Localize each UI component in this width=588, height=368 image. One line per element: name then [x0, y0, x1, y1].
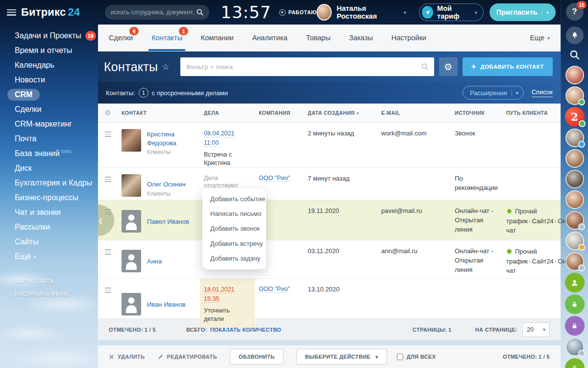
- hamburger-icon[interactable]: [7, 9, 16, 16]
- rail-search-button[interactable]: [570, 50, 580, 60]
- filter-search-input[interactable]: [186, 63, 421, 71]
- filter-search[interactable]: [180, 57, 434, 76]
- sidebar-item-disk[interactable]: Диск: [0, 161, 98, 176]
- activity-link[interactable]: 08.04.2021 11:00: [204, 130, 235, 147]
- col-path[interactable]: ПУТЬ КЛИЕНТА: [502, 110, 561, 116]
- work-status[interactable]: РАБОТАЮ: [279, 9, 317, 16]
- company-link[interactable]: ООО "Рио": [259, 175, 290, 182]
- settings-gear-button[interactable]: ⚙: [439, 57, 458, 76]
- contact-link[interactable]: Иван Иванов: [147, 300, 186, 309]
- group-chat[interactable]: [565, 273, 585, 292]
- contact-photo[interactable]: [122, 129, 141, 152]
- private-chat[interactable]: [565, 316, 585, 336]
- sidebar-item-news[interactable]: Новости: [0, 73, 98, 87]
- chat-contact[interactable]: [565, 170, 584, 188]
- chat-channel[interactable]: 2: [565, 107, 585, 127]
- sidebar-item-more[interactable]: Ещё▾: [0, 249, 98, 264]
- choose-action-dropdown[interactable]: ВЫБЕРИТЕ ДЕЙСТВИЕ▾: [296, 349, 387, 365]
- col-email[interactable]: E-MAIL: [377, 110, 451, 116]
- tab-orders[interactable]: Заказы: [349, 25, 372, 51]
- table-row[interactable]: Кристина Федорова Клиенты 08.04.2021 11:…: [98, 123, 561, 168]
- contact-link[interactable]: Анна: [147, 257, 162, 266]
- chat-contact[interactable]: [565, 252, 584, 271]
- tariff-button[interactable]: Мой тариф ▾: [419, 3, 484, 21]
- extensions-button[interactable]: Расширения ▾: [463, 86, 524, 100]
- tab-more[interactable]: Еще▾: [530, 25, 550, 51]
- chat-contact[interactable]: [565, 129, 584, 147]
- tab-companies[interactable]: Компании: [201, 25, 234, 51]
- chat-contact[interactable]: [565, 149, 584, 168]
- invite-button[interactable]: Пригласить ▾: [490, 3, 556, 21]
- contact-placeholder-avatar[interactable]: [122, 210, 141, 233]
- contact-placeholder-avatar[interactable]: [122, 250, 141, 272]
- call-button[interactable]: ОБЗВОНИТЬ: [230, 349, 284, 365]
- col-activity[interactable]: ДЕЛА: [200, 110, 255, 116]
- tab-settings[interactable]: Настройки: [392, 25, 426, 51]
- global-search[interactable]: [105, 5, 209, 20]
- configure-menu-link[interactable]: НАСТРОИТЬ МЕНЮ: [0, 288, 98, 300]
- tab-contacts[interactable]: Контакты1: [151, 25, 182, 51]
- delete-button[interactable]: ✕УДАЛИТЬ: [109, 353, 145, 361]
- menu-item-add-call[interactable]: Добавить звонок: [202, 221, 266, 236]
- col-source[interactable]: ИСТОЧНИК: [451, 110, 502, 116]
- table-row[interactable]: Олег Осинин Клиенты Дела отсутствуют ООО…: [98, 168, 561, 200]
- sidebar-item-bizproc[interactable]: Бизнес-процессы: [0, 190, 98, 205]
- private-chat[interactable]: [565, 294, 585, 314]
- contact-link[interactable]: Олег Осинин: [147, 180, 186, 189]
- overdue-count-badge[interactable]: 1: [139, 88, 148, 98]
- sidebar-item-accounting[interactable]: Бухгалтерия и Кадры: [0, 176, 98, 190]
- chat-contact[interactable]: [565, 190, 584, 209]
- contact-placeholder-avatar[interactable]: [122, 293, 141, 315]
- col-created[interactable]: ДАТА СОЗДАНИЯ▾: [304, 110, 377, 116]
- company-link[interactable]: ООО "Рио": [259, 286, 290, 293]
- menu-item-add-event[interactable]: Добавить событие: [202, 192, 266, 207]
- sidebar-item-crm-marketing[interactable]: CRM-маркетинг: [0, 117, 98, 131]
- global-search-input[interactable]: [111, 9, 196, 16]
- tab-deals[interactable]: Сделки6: [109, 25, 133, 51]
- col-company[interactable]: КОМПАНИЯ: [255, 110, 304, 116]
- sidebar-item-mailing[interactable]: Рассылки: [0, 220, 98, 235]
- drag-handle[interactable]: [98, 168, 118, 201]
- sidebar-item-deals[interactable]: Сделки: [0, 102, 98, 117]
- contact-link[interactable]: Павел Иванов: [147, 217, 189, 226]
- sidebar-item-knowledge[interactable]: База знанийbeta: [0, 146, 98, 161]
- private-chat[interactable]: [565, 358, 585, 368]
- drag-handle[interactable]: [98, 279, 118, 328]
- edit-button[interactable]: РЕДАКТИРОВАТЬ: [158, 354, 217, 360]
- sidebar-item-chat[interactable]: Чат и звонки: [0, 205, 98, 220]
- sidebar-item-calendar[interactable]: Календарь: [0, 58, 98, 73]
- add-contact-button[interactable]: + ДОБАВИТЬ КОНТАКТ: [463, 57, 553, 76]
- contact-link[interactable]: Кристина Федорова: [147, 130, 194, 147]
- chat-contact[interactable]: [565, 66, 584, 84]
- col-contact[interactable]: КОНТАКТ: [118, 110, 200, 116]
- logo[interactable]: Битрикс24: [21, 6, 80, 19]
- chat-contact[interactable]: [565, 86, 584, 105]
- sidebar-item-crm[interactable]: CRM: [0, 87, 98, 102]
- checkbox[interactable]: [397, 354, 403, 360]
- tab-analytics[interactable]: Аналитика: [252, 25, 288, 51]
- tab-products[interactable]: Товары: [306, 25, 330, 51]
- drag-handle[interactable]: [98, 240, 118, 280]
- sidebar-item-sites[interactable]: Сайты: [0, 235, 98, 249]
- sidebar-item-time[interactable]: Время и отчеты: [0, 43, 98, 58]
- sidebar-item-tasks[interactable]: Задачи и Проекты18: [0, 28, 98, 43]
- view-toggle-list[interactable]: Список: [532, 88, 553, 97]
- chat-contact[interactable]: [565, 338, 584, 356]
- for-all-checkbox[interactable]: ДЛЯ ВСЕХ: [397, 354, 436, 360]
- table-row[interactable]: Анна 03.11.2020 ann@mail.ru Онлайн-чат -…: [98, 240, 561, 279]
- chat-contact[interactable]: [565, 232, 584, 250]
- work-clock[interactable]: 13:57: [221, 2, 271, 22]
- sidebar-item-mail[interactable]: Почта: [0, 131, 98, 146]
- table-row-highlighted[interactable]: Павел Иванов 19.11.2020 pavel@mail.ru Он…: [98, 200, 561, 240]
- table-row[interactable]: Иван Иванов 18.01.2021 15:35 Уточнить де…: [98, 279, 561, 319]
- contact-photo[interactable]: [122, 174, 141, 197]
- help-button[interactable]: ? 15: [566, 3, 584, 21]
- chat-contact[interactable]: [565, 211, 584, 230]
- menu-item-add-meeting[interactable]: Добавить встречу: [202, 237, 266, 251]
- menu-item-add-task[interactable]: Добавить задачу: [202, 251, 266, 266]
- user-menu[interactable]: Наталья Ростовская ▾: [317, 4, 406, 21]
- overdue-activity-link[interactable]: 18.01.2021 15:35: [204, 286, 235, 303]
- notifications-button[interactable]: [566, 26, 584, 44]
- menu-item-write-letter[interactable]: Написать письмо: [202, 207, 266, 221]
- favorite-star-icon[interactable]: ☆: [162, 62, 169, 72]
